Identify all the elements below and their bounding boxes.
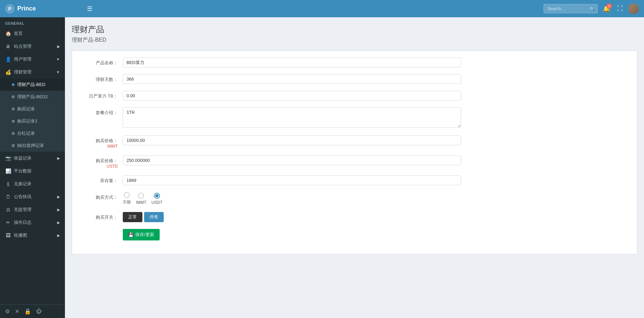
package-intro-control bbox=[123, 107, 461, 129]
header-center: ☰ bbox=[84, 3, 544, 14]
buy-price-immt-label: 购买价格： bbox=[82, 135, 118, 144]
app-name: Prince bbox=[17, 5, 36, 12]
header-right: 🔍 🔔 0 ⛶ bbox=[544, 3, 639, 14]
chevron-down-open-icon: ▼ bbox=[56, 70, 60, 74]
buy-price-ustd-sublabel: USTD bbox=[82, 164, 118, 169]
dot-empty-icon2 bbox=[12, 108, 15, 110]
main-layout: GENERAL 🏠 首页 🖥 站点管理 ▶ 👤 用户管理 ▼ 💰 理财管理 ▼ … bbox=[0, 17, 644, 318]
buy-price-ustd-input[interactable] bbox=[123, 155, 461, 165]
buy-price-ustd-label: 购买价格： bbox=[82, 155, 118, 164]
stock-control bbox=[123, 175, 461, 185]
hamburger-button[interactable]: ☰ bbox=[84, 3, 96, 14]
buy-switch-stop-button[interactable]: 停售 bbox=[144, 212, 164, 222]
logo-area: P Prince bbox=[5, 4, 84, 14]
form-row-save: 💾 保存/更新 bbox=[82, 229, 627, 240]
radio-circle-unlimited[interactable] bbox=[124, 192, 130, 198]
sidebar-item-announcement[interactable]: 🗒 公告快讯 ▶ bbox=[0, 190, 65, 203]
submenu-item-finance-bed[interactable]: 理财产品-BED bbox=[0, 79, 65, 91]
lock-icon[interactable]: 🔒 bbox=[24, 308, 31, 315]
radio-label-unlimited: 不限 bbox=[123, 199, 131, 205]
avatar[interactable] bbox=[628, 3, 639, 14]
page-title: 理财产品 bbox=[72, 24, 637, 35]
sidebar-item-finance-manage[interactable]: 💰 理财管理 ▼ bbox=[0, 66, 65, 79]
submenu-item-purchase-record2[interactable]: 购买记录2 bbox=[0, 115, 65, 127]
sidebar-item-site-manage[interactable]: 🖥 站点管理 ▶ bbox=[0, 40, 65, 53]
power-icon[interactable]: ⏻ bbox=[36, 308, 42, 315]
sidebar-item-user-manage[interactable]: 👤 用户管理 ▼ bbox=[0, 53, 65, 66]
form-row-buy-switch: 购买开关： 正常 停售 bbox=[82, 212, 627, 222]
submenu-item-dividend-record[interactable]: 分红记录 bbox=[0, 127, 65, 140]
package-intro-input[interactable] bbox=[123, 107, 461, 128]
sidebar-item-carousel[interactable]: 🖼 轮播图 ▶ bbox=[0, 229, 65, 242]
buy-price-immt-input[interactable] bbox=[123, 135, 461, 145]
stock-input[interactable] bbox=[123, 175, 461, 185]
radio-label-immt: IMMT bbox=[136, 200, 146, 205]
notification-badge: 0 bbox=[606, 3, 612, 9]
notification-button[interactable]: 🔔 0 bbox=[601, 3, 612, 14]
save-icon: 💾 bbox=[128, 232, 134, 237]
save-label: 保存/更新 bbox=[135, 232, 154, 238]
buy-switch-control: 正常 停售 bbox=[123, 212, 461, 222]
sidebar-label-earnings: 收益记录 bbox=[14, 155, 31, 161]
chevron-right-icon4: ▶ bbox=[57, 208, 60, 212]
form-row-buy-price-immt: 购买价格： IMMT bbox=[82, 135, 627, 149]
form-row-buy-method: 购买方式： 不限 IMMT USDT bbox=[82, 192, 627, 205]
submenu-label-purchase-record: 购买记录 bbox=[17, 106, 35, 112]
sidebar-item-recharge-manage[interactable]: ⚖ 充提管理 ▶ bbox=[0, 203, 65, 216]
sidebar-item-platform-data[interactable]: 📊 平台数据 bbox=[0, 165, 65, 177]
buy-price-immt-control bbox=[123, 135, 461, 145]
radio-label-usdt: USDT bbox=[152, 200, 163, 205]
days-input[interactable] bbox=[123, 74, 461, 84]
product-name-input[interactable] bbox=[123, 58, 461, 67]
sidebar-label-home: 首页 bbox=[14, 30, 23, 37]
save-label-space bbox=[82, 229, 123, 231]
expand-button[interactable]: ⛶ bbox=[615, 3, 625, 14]
save-control: 💾 保存/更新 bbox=[123, 229, 461, 240]
form-row-product-name: 产品名称： bbox=[82, 58, 627, 67]
stock-label: 库存量： bbox=[82, 175, 123, 184]
bitcoin-icon: ₿ bbox=[5, 181, 11, 187]
search-box: 🔍 bbox=[544, 4, 598, 13]
submenu-label-dividend-record: 分红记录 bbox=[17, 130, 35, 136]
dot-empty-icon4 bbox=[12, 132, 15, 135]
finance-submenu: 理财产品-BED 理财产品-BED2 购买记录 购买记录2 分红记录 BED质押… bbox=[0, 79, 65, 152]
days-label: 理财天数： bbox=[82, 74, 123, 83]
search-icon[interactable]: 🔍 bbox=[590, 6, 595, 11]
sidebar-label-platform-data: 平台数据 bbox=[14, 168, 31, 174]
buy-switch-toggle-group: 正常 停售 bbox=[123, 212, 461, 222]
chevron-right-icon: ▶ bbox=[57, 44, 60, 49]
submenu-item-finance-bed2[interactable]: 理财产品-BED2 bbox=[0, 91, 65, 103]
product-name-label: 产品名称： bbox=[82, 58, 123, 66]
submenu-item-bed-pledge[interactable]: BED质押记录 bbox=[0, 140, 65, 152]
daily-power-input[interactable] bbox=[123, 91, 461, 101]
sidebar-section-general: GENERAL bbox=[0, 17, 65, 27]
save-button[interactable]: 💾 保存/更新 bbox=[123, 229, 160, 240]
sidebar-label-exchange: 兑换记录 bbox=[14, 181, 31, 187]
submenu-label-finance-bed2: 理财产品-BED2 bbox=[17, 94, 48, 100]
sidebar-item-operation-log[interactable]: ✏ 操作日志 ▶ bbox=[0, 216, 65, 229]
dot-active-icon bbox=[12, 83, 15, 86]
sidebar-item-home[interactable]: 🏠 首页 bbox=[0, 27, 65, 40]
sidebar-label-user-manage: 用户管理 bbox=[14, 56, 31, 62]
sidebar-item-earnings[interactable]: 📷 收益记录 ▶ bbox=[0, 152, 65, 165]
settings-icon[interactable]: ⚙ bbox=[5, 308, 10, 315]
buy-method-label: 购买方式： bbox=[82, 192, 123, 200]
chevron-right-icon5: ▶ bbox=[57, 220, 60, 225]
sidebar-item-exchange[interactable]: ₿ 兑换记录 bbox=[0, 177, 65, 190]
dot-empty-icon5 bbox=[12, 144, 15, 147]
sidebar-label-finance-manage: 理财管理 bbox=[14, 69, 31, 75]
buy-switch-normal-button[interactable]: 正常 bbox=[123, 212, 142, 222]
dot-empty-icon3 bbox=[12, 120, 15, 123]
submenu-label-bed-pledge: BED质押记录 bbox=[17, 143, 44, 149]
radio-circle-usdt[interactable] bbox=[154, 193, 160, 199]
avatar-image bbox=[628, 3, 639, 14]
submenu-item-purchase-record[interactable]: 购买记录 bbox=[0, 103, 65, 115]
close-icon[interactable]: ✕ bbox=[15, 308, 19, 315]
days-control bbox=[123, 74, 461, 84]
radio-circle-immt[interactable] bbox=[138, 193, 144, 199]
radio-item-immt[interactable]: IMMT bbox=[136, 193, 146, 205]
radio-item-unlimited[interactable]: 不限 bbox=[123, 192, 131, 205]
radio-item-usdt[interactable]: USDT bbox=[152, 193, 163, 205]
page-subtitle: 理财产品-BED bbox=[72, 37, 637, 44]
chevron-down-icon: ▼ bbox=[56, 57, 60, 61]
